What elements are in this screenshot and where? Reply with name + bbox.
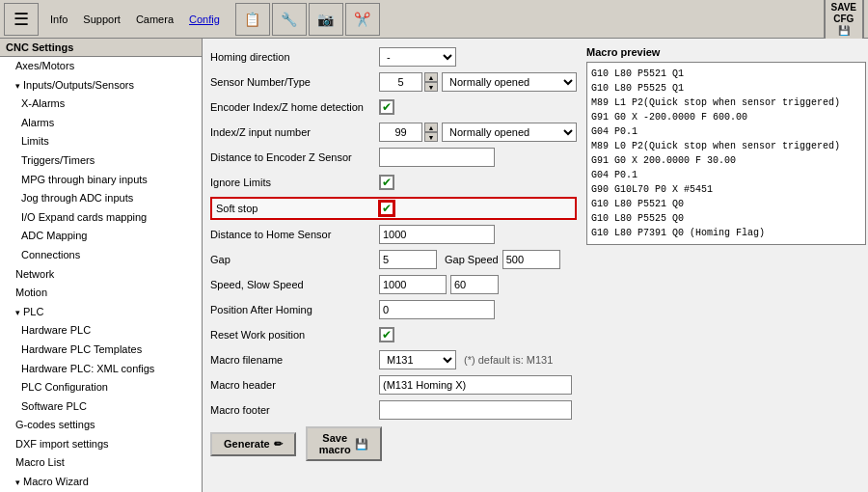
soft-stop-checkbox[interactable]: ✔ (379, 201, 394, 216)
sidebar-item-network[interactable]: Network (0, 265, 202, 285)
content-inner: Homing direction - Positive Negative Sen… (210, 46, 860, 461)
toolbar-icon-1[interactable]: 📋 (235, 3, 270, 36)
menu-config[interactable]: Config (181, 10, 228, 29)
gap-speed-label: Gap Speed (445, 254, 499, 265)
toolbar: ☰ Info Support Camera Config 📋 🔧 📷 ✂️ SA… (0, 0, 868, 39)
sidebar-item-dxf[interactable]: DXF import settings (0, 435, 202, 454)
distance-home-input[interactable]: 1000 (379, 225, 495, 244)
distance-encoder-label: Distance to Encoder Z Sensor (210, 151, 379, 163)
sidebar-title: CNC Settings (0, 39, 202, 57)
ignore-limits-checkbox[interactable]: ✔ (379, 175, 394, 190)
macro-line-1: G10 L80 P5521 Q1 (591, 67, 861, 81)
sensor-number-input[interactable]: 5 (379, 72, 422, 92)
sensor-spinner-down[interactable]: ▼ (424, 82, 438, 92)
slow-speed-input[interactable]: 60 (450, 275, 499, 294)
distance-encoder-input[interactable] (379, 148, 495, 167)
sidebar-item-plc-config[interactable]: PLC Configuration (0, 378, 202, 397)
macro-header-input[interactable]: (M131 Homing X) (379, 375, 572, 395)
macro-preview-panel: Macro preview G10 L80 P5521 Q1 G10 L80 P… (586, 46, 866, 461)
gap-speed-input[interactable]: 500 (502, 250, 560, 269)
index-z-spinner-up[interactable]: ▲ (424, 123, 438, 132)
sidebar-item-adc-mapping[interactable]: ADC Mapping (0, 227, 202, 246)
main-layout: CNC Settings Axes/Motors ▾Inputs/Outputs… (0, 39, 868, 492)
speed-row: Speed, Slow Speed 1000 60 (210, 274, 577, 295)
save-cfg-icon: 💾 (838, 25, 850, 37)
sensor-number-row: Sensor Number/Type 5 ▲ ▼ Normally opened… (210, 71, 577, 93)
macro-line-2: G10 L80 P5525 Q1 (591, 81, 861, 96)
speed-input[interactable]: 1000 (379, 275, 447, 294)
macro-footer-input[interactable] (379, 400, 572, 420)
ignore-limits-row: Ignore Limits ✔ (210, 172, 577, 193)
sidebar-item-macro-wizard[interactable]: ▾Macro Wizard (0, 473, 202, 492)
encoder-index-label: Encoder Index/Z home detection (210, 101, 379, 113)
sensor-type-select[interactable]: Normally opened Normally closed (442, 72, 577, 92)
index-z-spinner-down[interactable]: ▼ (424, 132, 438, 142)
soft-stop-row: Soft stop ✔ (210, 197, 577, 220)
index-z-row: Index/Z input number 99 ▲ ▼ Normally ope… (210, 122, 577, 143)
sensor-spinner-btns: ▲ ▼ (424, 72, 438, 92)
sidebar-item-triggers[interactable]: Triggers/Timers (0, 151, 202, 171)
sidebar-item-hardware-plc-xml[interactable]: Hardware PLC: XML configs (0, 360, 202, 379)
generate-button[interactable]: Generate ✏ (210, 432, 296, 456)
sidebar-item-limits[interactable]: Limits (0, 132, 202, 151)
sidebar-item-motion[interactable]: Motion (0, 284, 202, 303)
sidebar-item-x-alarms[interactable]: X-Alarms (0, 95, 202, 114)
gap-label: Gap (210, 254, 379, 265)
sidebar-item-io-sensors[interactable]: ▾Inputs/Outputs/Sensors (0, 76, 202, 96)
sensor-spinner-up[interactable]: ▲ (424, 72, 438, 82)
macro-filename-label: Macro filename (210, 354, 379, 366)
sidebar-item-plc[interactable]: ▾PLC (0, 303, 202, 322)
sidebar-item-gcodes[interactable]: G-codes settings (0, 416, 202, 435)
macro-line-12: G10 L80 P7391 Q0 (Homing Flag) (591, 226, 861, 240)
toolbar-menu: Info Support Camera Config (42, 10, 228, 29)
menu-icon: ☰ (14, 9, 29, 30)
macro-line-9: G90 G10L70 P0 X #5451 (591, 182, 861, 197)
save-cfg-label: SAVE CFG (831, 2, 857, 25)
sidebar-item-macro-list[interactable]: Macro List (0, 453, 202, 473)
distance-home-label: Distance to Home Sensor (210, 229, 379, 240)
menu-button[interactable]: ☰ (4, 3, 39, 36)
sidebar-item-jog[interactable]: Jog through ADC inputs (0, 189, 202, 208)
macro-line-6: M89 L0 P2(Quick stop when sensor trigger… (591, 139, 861, 153)
index-z-input[interactable]: 99 (379, 123, 422, 142)
encoder-index-checkbox[interactable]: ✔ (379, 99, 394, 115)
gap-input[interactable]: 5 (379, 250, 437, 269)
macro-filename-note: (*) default is: M131 (464, 354, 553, 366)
sidebar-item-mpg[interactable]: MPG through binary inputs (0, 171, 202, 190)
speed-label: Speed, Slow Speed (210, 279, 379, 290)
soft-stop-label: Soft stop (216, 203, 379, 214)
sidebar-item-hardware-plc[interactable]: Hardware PLC (0, 321, 202, 341)
sidebar-item-io-expand[interactable]: I/O Expand cards mapping (0, 208, 202, 228)
reset-work-row: Reset Work position ✔ (210, 324, 577, 345)
index-z-spinner: 99 ▲ ▼ (379, 123, 438, 142)
macro-line-5: G04 P0.1 (591, 124, 861, 139)
sidebar: CNC Settings Axes/Motors ▾Inputs/Outputs… (0, 39, 203, 492)
menu-support[interactable]: Support (75, 10, 128, 29)
toolbar-icon-2[interactable]: 🔧 (272, 3, 307, 36)
toolbar-icon-3[interactable]: 📷 (309, 3, 343, 36)
macro-line-4: G91 G0 X -200.0000 F 600.00 (591, 110, 861, 124)
save-macro-icon: 💾 (355, 438, 368, 451)
ignore-limits-label: Ignore Limits (210, 177, 379, 188)
generate-label: Generate (224, 438, 270, 450)
homing-direction-select[interactable]: - Positive Negative (379, 47, 456, 67)
menu-info[interactable]: Info (42, 10, 75, 29)
sidebar-item-alarms[interactable]: Alarms (0, 114, 202, 133)
sidebar-item-software-plc[interactable]: Software PLC (0, 397, 202, 417)
macro-preview-title: Macro preview (586, 46, 866, 58)
position-after-input[interactable]: 0 (379, 300, 495, 319)
sidebar-item-connections[interactable]: Connections (0, 246, 202, 265)
reset-work-checkbox[interactable]: ✔ (379, 327, 394, 342)
sidebar-item-axes-motors[interactable]: Axes/Motors (0, 57, 202, 76)
gap-row: Gap 5 Gap Speed 500 (210, 249, 577, 270)
save-macro-button[interactable]: Save macro 💾 (306, 426, 382, 461)
sidebar-item-hardware-plc-templates[interactable]: Hardware PLC Templates (0, 341, 202, 360)
save-cfg-button[interactable]: SAVE CFG 💾 (824, 0, 865, 41)
macro-filename-select[interactable]: M131 M132 M133 (379, 350, 456, 369)
content-area: Homing direction - Positive Negative Sen… (203, 39, 868, 492)
index-z-type-select[interactable]: Normally opened Normally closed (442, 123, 577, 142)
toolbar-icon-4[interactable]: ✂️ (345, 3, 380, 36)
index-z-label: Index/Z input number (210, 126, 379, 138)
macro-header-row: Macro header (M131 Homing X) (210, 374, 577, 396)
menu-camera[interactable]: Camera (128, 10, 181, 29)
